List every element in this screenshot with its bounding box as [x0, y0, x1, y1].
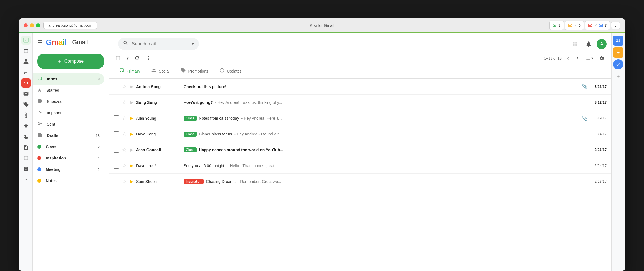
rail-more-icon[interactable]: ‹› — [21, 175, 31, 184]
meeting-count: 2 — [98, 167, 100, 172]
star-icon-7[interactable]: ☆ — [122, 178, 127, 185]
tab-social[interactable]: Social — [146, 64, 175, 78]
address-tab-label[interactable]: andrea.b.song@gmail.com — [43, 22, 97, 29]
subject-4: Dinner plans for us — [199, 132, 232, 136]
email-preview-4: Class Dinner plans for us - Hey Andrea -… — [184, 132, 588, 137]
sidebar-item-important[interactable]: Important — [33, 107, 104, 119]
sidebar-item-meeting[interactable]: Meeting 2 — [33, 164, 104, 175]
search-input[interactable] — [132, 41, 188, 47]
refresh-button[interactable] — [132, 54, 142, 63]
email-row[interactable]: ☆ ▶ Alan Young Class Notes from calss to… — [109, 110, 611, 126]
minimize-button[interactable] — [30, 23, 34, 27]
tasks-icon[interactable] — [613, 59, 623, 69]
rail-doc2-icon[interactable] — [21, 164, 31, 173]
view-options-button[interactable]: ▾ — [584, 54, 595, 62]
email-checkbox-3[interactable] — [114, 115, 119, 121]
important-icon-2[interactable]: ▶ — [130, 100, 133, 105]
rail-star-icon[interactable] — [21, 121, 31, 130]
email-row[interactable]: ☆ ▶ Andrea Song Check out this picture! … — [109, 79, 611, 95]
email-checkbox-2[interactable] — [114, 100, 119, 105]
more-options-button[interactable] — [144, 54, 153, 63]
email-checkbox-1[interactable] — [114, 84, 119, 89]
important-icon-5[interactable]: ▶ — [130, 147, 133, 152]
tab-updates[interactable]: i Updates — [214, 64, 247, 78]
header-row: ▾ A — [109, 33, 611, 52]
email-row[interactable]: ☆ ▶ Dave Kang Class Dinner plans for us … — [109, 126, 611, 142]
sidebar-item-snoozed[interactable]: Snoozed — [33, 96, 104, 107]
select-dropdown-button[interactable]: ▾ — [125, 54, 130, 62]
email-meta-2: 3/12/17 — [590, 100, 607, 104]
important-icon-3[interactable]: ▶ — [130, 115, 133, 121]
compose-button[interactable]: + Compose — [37, 54, 104, 69]
star-icon-6[interactable]: ☆ — [122, 163, 127, 169]
window-title: Kiwi for Gmail — [310, 23, 334, 28]
keep-icon[interactable] — [613, 47, 623, 58]
next-page-button[interactable] — [573, 54, 582, 62]
inbox-icon — [37, 76, 42, 82]
rail-doc-icon[interactable] — [21, 143, 31, 152]
email-row[interactable]: ☆ ▶ Sam Sheen Inspiration Chasing Dreams… — [109, 174, 611, 189]
mail-badge-1: 3 — [558, 23, 560, 27]
sent-label: Sent — [47, 122, 100, 126]
email-checkbox-4[interactable] — [114, 131, 119, 137]
search-dropdown-icon[interactable]: ▾ — [192, 41, 194, 47]
rail-tag-icon[interactable] — [21, 100, 31, 109]
rail-contacts-icon[interactable] — [21, 57, 31, 66]
rail-attachment-icon[interactable] — [21, 111, 31, 120]
toolbar-down-group[interactable]: ⌄ — [611, 22, 620, 29]
select-checkbox-button[interactable] — [114, 54, 123, 63]
email-preview-6: See you at 6:00 tonight! - Hello - That … — [184, 163, 588, 168]
avatar[interactable]: A — [597, 39, 607, 49]
important-icon-1[interactable]: ▶ — [130, 84, 133, 89]
notifications-button[interactable] — [583, 38, 594, 50]
email-row[interactable]: ☆ ▶ Song Song How's it going? - Hey Andr… — [109, 95, 611, 110]
email-checkbox-7[interactable] — [114, 179, 119, 184]
subject-7: Chasing Dreams — [206, 179, 235, 184]
tab-promotions[interactable]: Promotions — [175, 64, 214, 78]
rail-calendar-icon[interactable] — [21, 46, 31, 55]
inspiration-label: Inspiration — [46, 156, 93, 160]
important-icon-4[interactable]: ▶ — [130, 131, 133, 137]
email-row[interactable]: ☆ ▶ Dave, me 2 See you at 6:00 tonight! … — [109, 158, 611, 174]
sidebar-item-inbox[interactable]: Inbox 3 — [33, 73, 104, 85]
subject-1: Check out this picture! — [184, 84, 227, 89]
email-checkbox-6[interactable] — [114, 163, 119, 169]
maximize-button[interactable] — [36, 23, 40, 27]
settings-button[interactable] — [597, 53, 607, 63]
hamburger-button[interactable]: ☰ — [37, 39, 42, 46]
star-icon-2[interactable]: ☆ — [122, 99, 127, 106]
star-icon-4[interactable]: ☆ — [122, 131, 127, 137]
toolbar-icons-row: ▾ 1–13 of 13 — [109, 52, 611, 64]
star-icon-3[interactable]: ☆ — [122, 115, 127, 121]
add-addon-icon[interactable]: + — [613, 71, 623, 81]
sidebar-item-starred[interactable]: ★ Starred — [33, 85, 104, 96]
class-tag-3: Class — [184, 116, 197, 121]
rail-mail-icon[interactable] — [21, 89, 31, 98]
rail-drive-icon[interactable] — [21, 132, 31, 141]
sidebar-item-inspiration[interactable]: Inspiration 1 — [33, 152, 104, 164]
sidebar-item-class[interactable]: Class 2 — [33, 141, 104, 152]
email-row[interactable]: ☆ ▶ Jean Goodall Class Happy dances arou… — [109, 142, 611, 158]
snoozed-label: Snoozed — [47, 99, 100, 104]
important-icon — [37, 110, 42, 116]
rail-table-icon[interactable] — [21, 154, 31, 163]
important-icon-6[interactable]: ▶ — [130, 163, 133, 168]
tab-primary[interactable]: Primary — [114, 64, 146, 78]
prev-page-button[interactable] — [564, 54, 572, 62]
star-icon-5[interactable]: ☆ — [122, 147, 127, 153]
class-tag-5: Class — [184, 147, 197, 152]
close-button[interactable] — [24, 23, 28, 27]
sidebar-item-sent[interactable]: Sent — [33, 119, 104, 130]
calendar-widget[interactable]: 31 — [613, 36, 623, 46]
rail-calendar2-icon[interactable]: 5D — [21, 78, 31, 88]
rail-compose-icon[interactable] — [21, 36, 31, 45]
sidebar-item-drafts[interactable]: Drafts 18 — [33, 130, 104, 141]
email-checkbox-5[interactable] — [114, 147, 119, 153]
star-icon-1[interactable]: ☆ — [122, 84, 127, 90]
email-meta-4: 3/4/17 — [590, 132, 607, 136]
rail-filter-icon[interactable] — [21, 68, 31, 77]
apps-button[interactable] — [569, 38, 581, 50]
pagination-info: 1–13 of 13 — [544, 56, 562, 60]
sidebar-item-notes[interactable]: Notes 1 — [33, 175, 104, 186]
important-icon-7[interactable]: ▶ — [130, 179, 133, 184]
